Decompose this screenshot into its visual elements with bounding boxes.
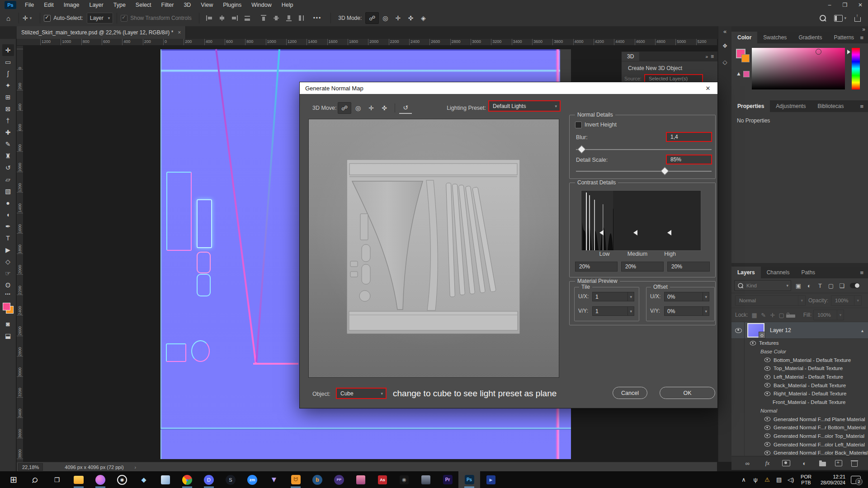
offset-vy-dropdown[interactable]: 0%▾ — [664, 306, 709, 316]
panel-menu-icon[interactable]: ≡ — [855, 100, 868, 112]
layer-row-selected[interactable]: ◇ Layer 12 ▴ — [731, 322, 868, 339]
filter-pixel-layers-icon[interactable]: ▣ — [793, 281, 804, 291]
reset-camera-icon[interactable]: ↺ — [399, 102, 412, 114]
close-button[interactable]: ✕ — [853, 0, 868, 10]
high-contrast-field[interactable]: 20% — [667, 262, 710, 272]
auto-select-target-dropdown[interactable]: Layer▾ — [87, 13, 113, 23]
steam-app[interactable]: S — [220, 471, 241, 488]
lighting-preset-dropdown[interactable]: Default Lights ▾ — [488, 100, 561, 112]
align-left-icon[interactable] — [206, 15, 213, 21]
file-explorer[interactable] — [68, 471, 90, 488]
brush-tool[interactable]: ✎ — [2, 138, 14, 150]
language-indicator[interactable]: POR PTB — [797, 474, 815, 486]
dodge-tool[interactable]: ◖ — [2, 209, 14, 221]
new-adjustment-layer-icon[interactable]: ◐ — [799, 458, 810, 468]
lasso-tool[interactable]: ʃ — [2, 68, 14, 80]
eyedropper-tool[interactable]: † — [2, 115, 14, 127]
eraser-tool[interactable]: ▱ — [2, 174, 14, 185]
panel-tab[interactable]: Gradients — [793, 32, 828, 43]
panel-collapse-icon[interactable]: » — [705, 54, 711, 59]
layer-sub-row[interactable]: Back_Material - Default Texture — [731, 381, 868, 389]
shape-tool[interactable]: ◇ — [2, 256, 14, 267]
tool-preset-chevron-icon[interactable]: ▾ — [30, 16, 32, 20]
gamut-color-swatch[interactable] — [743, 71, 750, 77]
blur-field[interactable]: 1,4 — [666, 132, 712, 142]
layer-style-icon[interactable]: fx — [762, 458, 773, 468]
menu-item[interactable]: 3D — [179, 2, 196, 8]
filter-smart-objects-icon[interactable]: ❏ — [836, 281, 847, 291]
scroll-down-chevron-icon[interactable]: ▾ — [863, 450, 865, 455]
fill-field[interactable]: 100%▾ — [813, 310, 844, 320]
menu-item[interactable]: View — [196, 2, 218, 8]
visibility-eye-icon[interactable] — [735, 328, 742, 333]
clone-stamp-tool[interactable]: ♜ — [2, 150, 14, 162]
task-view-button[interactable]: ❐ — [46, 471, 68, 488]
status-chevron-icon[interactable]: › — [135, 465, 137, 470]
usb-tray-icon[interactable]: ψ — [750, 473, 761, 487]
media-app[interactable]: ▶ — [480, 471, 502, 488]
panel-tab[interactable]: Bibliotecas — [811, 100, 849, 112]
delete-layer-icon[interactable] — [851, 462, 858, 467]
zoom-level-field[interactable]: 22,18% — [18, 463, 43, 471]
blur-slider-thumb[interactable] — [577, 145, 585, 153]
marquee-tool[interactable]: ▭ — [2, 56, 14, 68]
lock-position-icon[interactable]: ✛ — [768, 310, 777, 320]
layer-sub-row[interactable]: Generated Normal F...olor Left_Material — [731, 440, 868, 449]
triangle-app[interactable]: ▼ — [263, 471, 285, 488]
network-tray-icon[interactable]: ▤ — [774, 473, 784, 487]
3d-preview-viewport[interactable] — [308, 119, 559, 378]
roll-3d-camera-icon[interactable]: ◎ — [352, 103, 364, 113]
detail-scale-slider[interactable] — [576, 171, 712, 172]
collapsed-panel-icon-2[interactable]: ◇ — [720, 57, 730, 67]
high-contrast-marker[interactable] — [667, 230, 671, 235]
menu-item[interactable]: Filter — [156, 2, 179, 8]
layer-sub-row[interactable]: Textures — [731, 339, 868, 347]
menu-item[interactable]: Edit — [39, 2, 59, 8]
add-layer-mask-icon[interactable] — [782, 460, 790, 466]
security-shield-icon[interactable]: ⚠ — [762, 473, 773, 487]
layer-sub-row[interactable]: Generated Normal F...olor Top_Material — [731, 432, 868, 441]
clock[interactable]: 12:21 28/09/2024 — [816, 474, 850, 486]
tray-expand-chevron-icon[interactable]: ∧ — [738, 473, 749, 487]
menu-item[interactable]: File — [20, 2, 39, 8]
panel-tab[interactable]: Layers — [731, 267, 761, 278]
visibility-eye-icon[interactable] — [764, 375, 771, 379]
history-brush-tool[interactable]: ↺ — [2, 162, 14, 174]
gamut-warning-icon[interactable]: ▲ — [736, 70, 741, 77]
layer-sub-row[interactable]: Generated Normal F...r Bottom_Material — [731, 423, 868, 432]
visibility-eye-icon[interactable] — [764, 383, 771, 388]
low-contrast-marker[interactable] — [599, 230, 604, 235]
rainmeter-app[interactable]: ⬥ — [133, 471, 155, 488]
blur-slider[interactable] — [576, 149, 712, 150]
layer-thumbnail[interactable]: ◇ — [747, 323, 764, 338]
filter-shape-layers-icon[interactable]: ▢ — [826, 281, 836, 291]
tab-close-icon[interactable]: × — [178, 29, 181, 36]
object-selection-tool[interactable]: ✦ — [2, 80, 14, 91]
ok-button[interactable]: OK — [660, 387, 715, 399]
layer-sub-row[interactable]: Bottom_Material - Default Texture — [731, 356, 868, 364]
new-group-icon[interactable] — [819, 462, 826, 466]
blur-tool[interactable]: ● — [2, 197, 14, 209]
home-icon[interactable]: ⌂ — [6, 14, 10, 22]
minimize-button[interactable]: – — [822, 0, 837, 10]
collapsed-panel-icon-1[interactable]: ❖ — [720, 41, 730, 51]
menu-item[interactable]: Type — [108, 2, 131, 8]
menu-item[interactable]: Help — [277, 2, 298, 8]
edit-toolbar-icon[interactable]: ••• — [5, 292, 10, 296]
medium-contrast-marker[interactable] — [633, 230, 637, 235]
pan-3d-camera-icon[interactable]: ✛ — [365, 103, 377, 113]
menu-item[interactable]: Window — [246, 2, 276, 8]
zoom-tool[interactable]: ʘ — [2, 279, 14, 291]
invert-height-checkbox[interactable] — [575, 122, 582, 128]
quick-mask-icon[interactable]: ◙ — [2, 318, 14, 330]
visibility-eye-icon[interactable] — [764, 434, 771, 438]
visibility-eye-icon[interactable] — [750, 341, 756, 345]
menu-item[interactable]: Layer — [84, 2, 108, 8]
dialog-close-icon[interactable]: ✕ — [698, 82, 717, 94]
obs-studio[interactable]: ◉ — [111, 471, 133, 488]
auto-select-checkbox[interactable] — [44, 15, 51, 22]
volume-tray-icon[interactable]: ◁) — [785, 473, 796, 487]
chrome-browser[interactable]: ● — [176, 471, 198, 488]
layer-sub-row[interactable]: Right_Material - Default Texture — [731, 389, 868, 398]
paint-app[interactable] — [90, 471, 111, 488]
